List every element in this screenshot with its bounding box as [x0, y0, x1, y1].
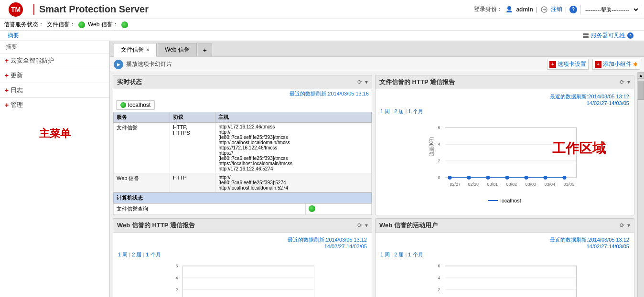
slideshow-play-button[interactable]: [114, 60, 123, 69]
web-http-refresh-icon[interactable]: ⟳: [357, 222, 362, 229]
svg-text:TM: TM: [11, 6, 21, 13]
period-2weeks[interactable]: 2 届: [394, 108, 404, 114]
realtime-widget-title: 实时状态: [117, 78, 142, 86]
widgets-area: 实时状态 ⟳ ▾ 最近的数据刷新:2014/03/05 13:16 localh…: [110, 72, 637, 297]
web-active-widget-title: Web 信誉的活动用户: [379, 221, 438, 230]
logo-area: TM Smart Protection Server: [4, 2, 149, 17]
machine-row-label: 文件信誉查询: [114, 204, 306, 215]
file-http-chart-legend: localhost: [382, 198, 627, 203]
web-http-collapse-icon[interactable]: ▾: [365, 222, 368, 229]
sidebar-item-log[interactable]: + 日志: [0, 83, 109, 97]
tab-file-close[interactable]: ✕: [146, 47, 150, 53]
sidebar-item-admin[interactable]: + 管理: [0, 97, 109, 112]
machine-row-status: [306, 204, 372, 215]
service-visibility-link[interactable]: 服务器可见性 ?: [582, 32, 633, 40]
tab-web-reputation[interactable]: Web 信誉: [158, 43, 197, 56]
add-widget-button[interactable]: + 添加小组件 ✱: [592, 59, 640, 70]
expand-cloud-icon: +: [5, 57, 9, 64]
web-http-timestamp: 最近的数据刷新:2014/03/05 13:12 14/02/27-14/03/…: [116, 235, 369, 250]
web-active-chart: 6 4 2 0: [378, 259, 631, 297]
machine-status-dot: [309, 205, 315, 212]
svg-rect-4: [583, 33, 589, 35]
settings-button[interactable]: + 选项卡设置: [547, 59, 589, 70]
web-active-collapse-icon[interactable]: ▾: [627, 222, 630, 229]
file-reputation-label: 文件信誉：: [47, 21, 75, 29]
svg-text:03/04: 03/04: [545, 182, 556, 187]
add-widget-label: 添加小组件: [603, 60, 632, 68]
machine-state-section: 计算机状态 文件信誉查询: [113, 192, 372, 215]
web-http-widget-title: Web 信誉的 HTTP 通信报告: [117, 221, 195, 230]
help-icon[interactable]: ?: [569, 6, 577, 13]
protocol-web: HTTP: [170, 173, 215, 192]
web-active-refresh-icon[interactable]: ⟳: [620, 222, 624, 229]
web-period-2weeks[interactable]: 2 届: [132, 252, 141, 257]
web-http-chart-svg: 6 4 2 0: [120, 261, 365, 297]
service-visibility-help[interactable]: ?: [627, 32, 633, 39]
slideshow-label: 播放选项卡幻灯片: [126, 60, 172, 68]
svg-point-23: [448, 176, 452, 180]
file-http-daterange: 14/02/27-14/03/05: [587, 100, 629, 106]
active-period-2weeks[interactable]: 2 届: [394, 252, 404, 257]
realtime-collapse-icon[interactable]: ▾: [365, 79, 368, 85]
web-active-daterange: 14/02/27-14/03/05: [587, 244, 629, 249]
table-row: Web 信誉 HTTP http:// [fe80::7ca6:eeff:fe2…: [114, 173, 372, 192]
sidebar-item-cloud[interactable]: + 云安全智能防护: [0, 53, 109, 68]
header-right: 登录身份： admin | 注销 | ? ---------帮助--------…: [474, 5, 640, 14]
file-http-timestamp: 最近的数据刷新:2014/03/05 13:12 14/02/27-14/03/…: [378, 92, 631, 107]
sidebar-log-label: 日志: [11, 86, 23, 95]
web-http-widget-controls: ⟳ ▾: [357, 222, 368, 229]
localhost-badge: localhost: [116, 100, 155, 110]
file-http-collapse-icon[interactable]: ▾: [627, 79, 630, 85]
add-widget-icon: +: [595, 61, 601, 68]
service-file: 文件信誉: [114, 123, 170, 173]
active-period-1week[interactable]: 1 周: [380, 252, 390, 257]
app-title: Smart Protection Server: [33, 4, 149, 15]
web-period-1month[interactable]: 1 个月: [146, 252, 161, 257]
realtime-widget-header: 实时状态 ⟳ ▾: [113, 75, 372, 89]
tab-file-reputation[interactable]: 文件信誉 ✕: [114, 43, 157, 57]
realtime-refresh-icon[interactable]: ⟳: [357, 79, 362, 85]
svg-text:2: 2: [438, 159, 440, 163]
svg-rect-38: [183, 266, 314, 297]
period-1month[interactable]: 1 个月: [408, 108, 423, 114]
sidebar-item-update[interactable]: + 更新: [0, 68, 109, 83]
scroll-up-arrow[interactable]: ▲: [638, 72, 644, 79]
table-row: 文件信誉 HTTP,HTTPS http://172.16.122.46/tmc…: [114, 123, 372, 173]
summary-link[interactable]: 摘要: [4, 32, 19, 40]
scroll-thumb[interactable]: [638, 81, 644, 100]
user-icon: [505, 6, 513, 13]
svg-text:03/02: 03/02: [506, 182, 517, 187]
logout-link[interactable]: 注销: [551, 5, 562, 13]
svg-text:6: 6: [438, 125, 440, 130]
tab-add-button[interactable]: +: [198, 43, 212, 56]
status-bar: 信誉服务状态： 文件信誉： Web 信誉：: [0, 19, 644, 31]
svg-text:0: 0: [438, 175, 440, 180]
sidebar-cloud-label: 云安全智能防护: [11, 56, 54, 65]
service-table-wrapper: 服务 协议 主机 文件信誉 HTTP,HTTPS: [113, 112, 372, 215]
period-1week[interactable]: 1 周: [380, 108, 390, 114]
svg-text:4: 4: [175, 276, 178, 280]
file-http-chart-svg: 流量(KB) 6 4 2 0: [382, 118, 627, 194]
active-period-1month[interactable]: 1 个月: [408, 252, 423, 257]
file-http-refresh-icon[interactable]: ⟳: [620, 79, 624, 85]
help-dropdown[interactable]: ---------帮助----------: [580, 5, 640, 14]
svg-rect-15: [445, 127, 577, 178]
svg-point-28: [544, 176, 547, 180]
web-http-widget-body: 最近的数据刷新:2014/03/05 13:12 14/02/27-14/03/…: [113, 233, 372, 297]
tab-web-label: Web 信誉: [165, 46, 190, 54]
web-period-1week[interactable]: 1 周: [118, 252, 128, 257]
legend-localhost: localhost: [488, 198, 521, 203]
host-web: http:// [fe80::7ca6:eeff:fe25:f393]:5274…: [215, 173, 372, 192]
machine-state-header: 计算机状态: [113, 192, 372, 203]
sidebar-admin-label: 管理: [11, 101, 23, 109]
col-service: 服务: [114, 112, 170, 123]
svg-text:02/28: 02/28: [468, 182, 479, 187]
main-layout: 摘要 + 云安全智能防护 + 更新 + 日志 + 管理 主菜单 文件信誉 ✕: [0, 41, 644, 297]
web-active-widget-controls: ⟳ ▾: [620, 222, 630, 229]
sidebar-summary[interactable]: 摘要: [0, 41, 109, 53]
expand-update-icon: +: [5, 72, 9, 79]
realtime-widget-controls: ⟳ ▾: [357, 79, 368, 85]
svg-point-26: [505, 176, 509, 180]
svg-text:6: 6: [438, 264, 440, 268]
file-http-report-widget: 文件信誉的 HTTP 通信报告 ⟳ ▾ 最近的数据刷新:2014/03/05 1…: [375, 75, 634, 215]
